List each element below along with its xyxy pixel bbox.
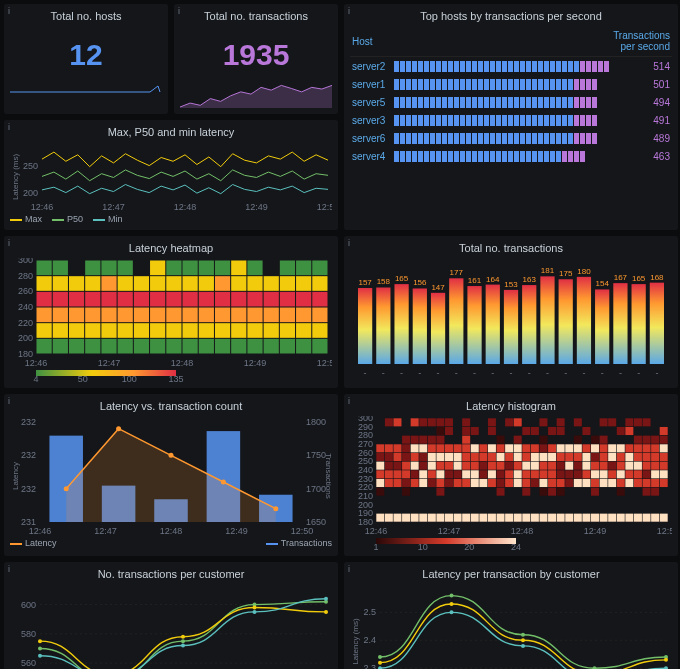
table-row[interactable]: server4463	[350, 147, 672, 165]
info-icon[interactable]: i	[8, 238, 10, 248]
svg-rect-92	[264, 323, 279, 338]
svg-rect-456	[531, 514, 539, 522]
panel-title: Latency histogram	[350, 400, 672, 412]
svg-rect-398	[428, 479, 436, 487]
svg-rect-89	[215, 323, 230, 338]
svg-text:-: -	[473, 368, 476, 378]
panel-title: Latency heatmap	[10, 242, 332, 254]
svg-rect-101	[118, 339, 133, 354]
svg-rect-146	[449, 278, 463, 364]
panel-top-hosts[interactable]: i Top hosts by transactions per second H…	[344, 4, 678, 230]
info-icon[interactable]: i	[348, 6, 350, 16]
svg-text:Transactions: Transactions	[324, 453, 332, 499]
spark-area	[180, 84, 332, 108]
col-val[interactable]: Transactions per second	[611, 26, 672, 57]
svg-rect-232	[522, 427, 530, 435]
svg-text:12:49: 12:49	[245, 202, 268, 212]
svg-point-539	[450, 610, 454, 614]
heatmap: 1801902002102202302402502602702802903001…	[350, 416, 672, 536]
panel-latency-heatmap[interactable]: i Latency heatmap 1802002202402602803001…	[4, 236, 338, 388]
svg-rect-223	[608, 418, 616, 426]
panel-tx-bars[interactable]: i Total no. transactions 157-158-165-156…	[344, 236, 678, 388]
svg-rect-296	[428, 453, 436, 461]
panel-lat-customer[interactable]: i Latency per transaction by customer 2.…	[344, 562, 678, 669]
table-row[interactable]: server1501	[350, 75, 672, 93]
svg-rect-370	[479, 470, 487, 478]
svg-rect-263	[436, 444, 444, 452]
svg-rect-447	[454, 514, 462, 522]
svg-rect-88	[199, 323, 214, 338]
info-icon[interactable]: i	[8, 122, 10, 132]
svg-rect-368	[462, 470, 470, 478]
host-name[interactable]: server6	[350, 129, 392, 147]
svg-rect-216	[488, 418, 496, 426]
svg-rect-209	[393, 418, 401, 426]
info-icon[interactable]: i	[8, 564, 10, 574]
svg-text:12:47: 12:47	[98, 358, 121, 368]
svg-rect-466	[617, 514, 625, 522]
col-host[interactable]: Host	[350, 26, 392, 57]
info-icon[interactable]: i	[8, 396, 10, 406]
svg-text:12:50: 12:50	[317, 358, 332, 368]
svg-rect-328	[411, 462, 419, 470]
info-icon[interactable]: i	[8, 6, 10, 16]
panel-lat-histogram[interactable]: i Latency histogram 18019020021022023024…	[344, 394, 678, 556]
svg-rect-271	[505, 444, 513, 452]
svg-text:177: 177	[450, 268, 464, 277]
svg-rect-47	[118, 292, 133, 307]
svg-rect-66	[134, 308, 149, 323]
panel-tx-customer[interactable]: i No. transactions per customer 56058060…	[4, 562, 338, 669]
info-icon[interactable]: i	[178, 6, 180, 16]
table-row[interactable]: server2514	[350, 57, 672, 76]
svg-rect-366	[445, 470, 453, 478]
table-row[interactable]: server3491	[350, 111, 672, 129]
svg-rect-411	[539, 479, 547, 487]
panel-total-hosts[interactable]: i Total no. hosts 12	[4, 4, 168, 114]
svg-rect-322	[651, 453, 659, 461]
color-scale: 1102024	[350, 536, 672, 550]
info-icon[interactable]: i	[348, 238, 350, 248]
info-icon[interactable]: i	[348, 564, 350, 574]
svg-rect-54	[231, 292, 246, 307]
svg-rect-63	[85, 308, 100, 323]
svg-text:-: -	[455, 368, 458, 378]
legend-item: Latency	[25, 538, 57, 548]
host-name[interactable]: server3	[350, 111, 392, 129]
svg-rect-23	[312, 261, 327, 276]
svg-rect-395	[402, 479, 410, 487]
svg-rect-81	[85, 323, 100, 338]
panel-total-tx-small[interactable]: i Total no. transactions 1935	[174, 4, 338, 114]
svg-rect-262	[428, 444, 436, 452]
svg-text:Latency (ms): Latency (ms)	[351, 618, 360, 665]
svg-rect-56	[264, 292, 279, 307]
svg-rect-339	[505, 462, 513, 470]
panel-latency-triple[interactable]: i Max, P50 and min latency 200250Latency…	[4, 120, 338, 230]
panel-lat-vs-tx[interactable]: i Latency vs. transaction count 23123223…	[4, 394, 338, 556]
svg-rect-79	[53, 323, 68, 338]
svg-rect-365	[436, 470, 444, 478]
svg-rect-291	[385, 453, 393, 461]
svg-rect-12	[101, 261, 116, 276]
svg-rect-218	[514, 418, 522, 426]
svg-rect-15	[166, 261, 181, 276]
svg-rect-442	[411, 514, 419, 522]
svg-text:12:49: 12:49	[244, 358, 267, 368]
info-icon[interactable]: i	[348, 396, 350, 406]
svg-text:-: -	[400, 368, 403, 378]
table-row[interactable]: server6489	[350, 129, 672, 147]
host-name[interactable]: server5	[350, 93, 392, 111]
host-name[interactable]: server4	[350, 147, 392, 165]
svg-rect-422	[634, 479, 642, 487]
svg-rect-464	[600, 514, 608, 522]
panel-title: Latency per transaction by customer	[350, 568, 672, 580]
svg-rect-126	[36, 370, 176, 376]
svg-text:10: 10	[418, 542, 428, 550]
svg-rect-315	[591, 453, 599, 461]
host-name[interactable]: server2	[350, 57, 392, 76]
svg-rect-68	[166, 308, 181, 323]
host-value: 494	[611, 93, 672, 111]
table-row[interactable]: server5494	[350, 93, 672, 111]
svg-rect-444	[428, 514, 436, 522]
svg-rect-35	[215, 276, 230, 291]
host-name[interactable]: server1	[350, 75, 392, 93]
